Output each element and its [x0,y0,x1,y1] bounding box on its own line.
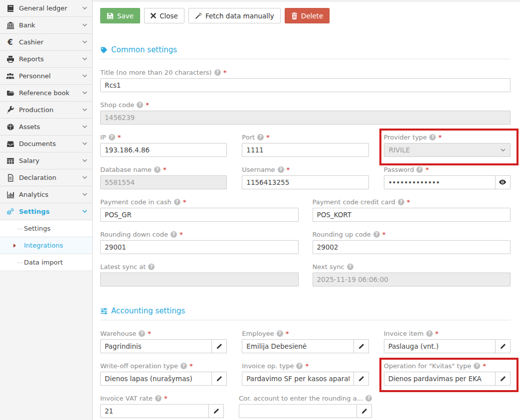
sidebar-item-label: Production [19,106,82,114]
sidebar-item-reports[interactable]: Reports [0,51,92,68]
close-button[interactable]: Close [144,8,184,23]
fetch-data-button[interactable]: Fetch data manually [188,8,281,23]
payment-code-cash-input[interactable] [100,208,299,222]
field-label: Rounding down code [100,230,299,239]
sidebar-item-assets[interactable]: Assets [0,119,92,136]
invoice-op-type-input[interactable] [242,372,353,386]
required-asterisk [189,362,193,370]
sidebar-item-bank[interactable]: Bank [0,17,92,34]
required-asterisk [148,330,151,337]
delete-button[interactable]: Delete [285,8,330,23]
file-icon [5,174,15,182]
help-icon [278,166,284,173]
rounding-up-code-input[interactable] [313,240,511,254]
field-payment-code-cash: Payment code in cash [100,198,299,222]
common-settings-header: Common settings [100,45,511,54]
chevron-down-icon [82,74,87,78]
submenu-item-label: Settings [24,225,50,232]
sidebar-item-general-ledger[interactable]: General ledger [0,0,92,17]
submenu-item-integrations[interactable]: Integrations [0,237,92,254]
sidebar-item-label: Reports [19,55,82,63]
sidebar-item-settings[interactable]: Settings [0,203,92,220]
submenu-item-data-import[interactable]: Data import [0,254,92,271]
field-username: Username [242,165,368,189]
help-icon [474,363,480,369]
field-provider-type: Provider type RIVILE [384,133,511,157]
edit-invoice-vat-rate-button[interactable] [208,404,224,418]
submenu-item-label: Integrations [24,242,63,249]
section-divider [100,59,511,59]
help-icon [347,264,353,270]
field-writeoff-operation-type: Write-off operation type [100,362,227,386]
sidebar-item-label: General ledger [19,4,82,12]
gears-icon [5,208,15,216]
title-input[interactable] [100,78,511,92]
sidebar-item-label: Declaration [19,174,82,181]
field-employee: Employee [242,329,368,353]
help-icon [180,363,187,369]
sidebar-item-reference-book[interactable]: Reference book [0,85,92,102]
sidebar-item-label: Cashier [19,38,82,46]
next-sync-input [313,273,511,286]
required-asterisk [183,198,186,206]
required-asterisk [287,166,290,173]
required-asterisk [435,330,439,337]
help-icon [429,134,436,140]
payment-code-credit-card-input[interactable] [313,208,511,222]
chevron-down-icon [82,23,87,27]
field-database-name: Database name [100,165,227,189]
cor-account-input[interactable] [239,404,357,418]
password-input[interactable] [384,175,496,189]
euro-icon: € [5,38,15,47]
shop-code-input [100,111,511,125]
help-icon [277,330,283,337]
chevron-down-icon [82,6,87,10]
submenu-item-settings[interactable]: Settings [0,220,92,237]
username-input[interactable] [242,175,368,189]
field-label: Username [242,165,368,174]
sidebar-item-personnel[interactable]: Personnel [0,68,92,85]
sidebar-item-salary[interactable]: Salary [0,152,92,169]
sidebar-item-declaration[interactable]: Declaration [0,169,92,186]
edit-invoice-item-button[interactable] [495,339,511,353]
pencil-icon [216,376,222,382]
edit-kvitas-operation-button[interactable] [495,372,511,386]
kvitas-operation-input[interactable] [384,372,496,386]
settings-submenu: Settings Integrations Data import [0,220,92,271]
show-password-button[interactable] [495,175,511,189]
edit-invoice-op-type-button[interactable] [353,372,369,386]
port-input[interactable] [242,143,368,157]
section-divider [100,320,511,320]
sidebar-item-documents[interactable]: Documents [0,136,92,152]
sidebar-item-analytics[interactable]: Analytics [0,186,92,203]
sidebar: General ledger Bank € Cashier Reports Pe… [0,0,93,420]
save-icon [107,12,114,19]
submenu-item-label: Data import [24,259,63,266]
required-asterisk [382,231,386,238]
invoice-vat-rate-input[interactable] [100,404,209,418]
cube-icon [5,123,15,131]
employee-input[interactable] [242,339,353,353]
field-label: Warehouse [100,329,227,338]
edit-employee-button[interactable] [353,339,369,353]
ip-input[interactable] [100,143,227,157]
help-icon [174,199,180,205]
field-invoice-vat-rate: Invoice VAT rate [100,394,224,418]
help-icon [257,134,264,140]
field-label: Title (no more than 20 characters) [100,68,511,77]
save-button[interactable]: Save [100,8,140,23]
edit-warehouse-button[interactable] [211,339,227,353]
inbox-icon [5,140,15,148]
invoice-item-input[interactable] [384,339,496,353]
edit-writeoff-operation-type-button[interactable] [211,372,227,386]
warehouse-input[interactable] [100,339,212,353]
rounding-down-code-input[interactable] [100,240,299,254]
dotted-connector [17,229,22,229]
bank-icon [5,21,15,29]
sidebar-item-production[interactable]: Production [0,102,92,119]
field-latest-sync: Latest sync at [100,263,299,286]
writeoff-operation-type-input[interactable] [100,372,212,386]
sidebar-item-cashier[interactable]: € Cashier [0,34,92,51]
field-kvitas-operation: Operation for "Kvitas" type [384,362,511,386]
edit-cor-account-button[interactable] [356,404,372,418]
